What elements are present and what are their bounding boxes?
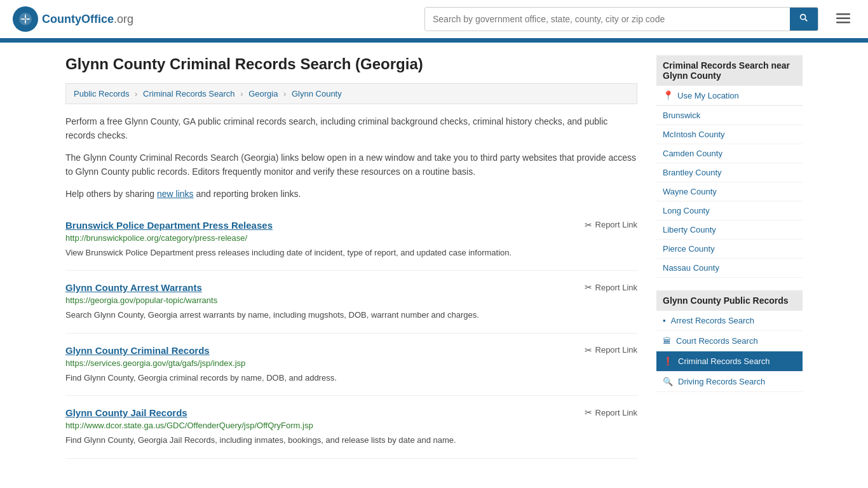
sidebar-link-nassau[interactable]: Nassau County xyxy=(656,259,803,277)
svg-line-2 xyxy=(805,19,808,22)
result-title-1[interactable]: Glynn County Arrest Warrants xyxy=(65,282,202,293)
location-pin-icon: 📍 xyxy=(663,90,674,100)
svg-rect-3 xyxy=(836,13,850,15)
main-container: Glynn County Criminal Records Search (Ge… xyxy=(53,43,815,471)
svg-rect-4 xyxy=(836,18,850,20)
sidebar-link-long[interactable]: Long County xyxy=(656,201,803,220)
result-title-3[interactable]: Glynn County Jail Records xyxy=(65,407,187,418)
list-item: 🏛 Court Records Search xyxy=(656,331,803,351)
result-title-0[interactable]: Brunswick Police Department Press Releas… xyxy=(65,220,273,231)
result-desc-2: Find Glynn County, Georgia criminal reco… xyxy=(65,372,637,384)
result-desc-0: View Brunswick Police Department press r… xyxy=(65,247,637,259)
report-link-0[interactable]: ✂ Report Link xyxy=(585,220,637,230)
list-item: Wayne County xyxy=(656,182,803,201)
site-header: CountyOffice.org xyxy=(0,0,868,40)
content-area: Glynn County Criminal Records Search (Ge… xyxy=(65,55,637,459)
list-item: Brantley County xyxy=(656,163,803,182)
result-url-2[interactable]: https://services.georgia.gov/gta/gafs/js… xyxy=(65,358,637,368)
result-url-3[interactable]: http://www.dcor.state.ga.us/GDC/Offender… xyxy=(65,421,637,430)
list-item: 🔍 Driving Records Search xyxy=(656,372,803,392)
result-desc-3: Find Glynn County, Georgia Jail Records,… xyxy=(65,434,637,447)
report-icon: ✂ xyxy=(585,345,592,355)
list-item: Liberty County xyxy=(656,220,803,240)
breadcrumb: Public Records › Criminal Records Search… xyxy=(65,83,637,104)
sidebar-link-camden[interactable]: Camden County xyxy=(656,144,803,163)
sidebar-nearby-list: 📍 Use My Location Brunswick McIntosh Cou… xyxy=(656,86,803,278)
sidebar-driving-records[interactable]: 🔍 Driving Records Search xyxy=(656,372,803,391)
description-2: The Glynn County Criminal Records Search… xyxy=(65,151,637,179)
result-item: Brunswick Police Department Press Releas… xyxy=(65,208,637,271)
result-title-2[interactable]: Glynn County Criminal Records xyxy=(65,345,210,356)
site-logo[interactable]: CountyOffice.org xyxy=(13,6,133,32)
sidebar-nearby-section: Criminal Records Search near Glynn Count… xyxy=(656,55,803,278)
report-link-3[interactable]: ✂ Report Link xyxy=(585,407,637,417)
sidebar-nearby-heading: Criminal Records Search near Glynn Count… xyxy=(656,55,803,86)
result-url-0[interactable]: http://brunswickpolice.org/category/pres… xyxy=(65,233,637,243)
list-item: Nassau County xyxy=(656,259,803,278)
result-item: Glynn County Criminal Records ✂ Report L… xyxy=(65,334,637,396)
search-button[interactable] xyxy=(790,8,818,30)
arrest-records-icon: ▪ xyxy=(663,316,666,325)
breadcrumb-glynn-county[interactable]: Glynn County xyxy=(292,89,342,98)
search-bar xyxy=(424,7,818,31)
description-3: Help others by sharing new links and rep… xyxy=(65,187,637,201)
list-item: Pierce County xyxy=(656,240,803,259)
report-link-1[interactable]: ✂ Report Link xyxy=(585,282,637,292)
result-item: Glynn County Jail Records ✂ Report Link … xyxy=(65,396,637,459)
result-url-1[interactable]: https://georgia.gov/popular-topic/warran… xyxy=(65,295,637,305)
menu-button[interactable] xyxy=(831,8,855,30)
result-desc-1: Search Glynn County, Georgia arrest warr… xyxy=(65,309,637,322)
list-item: ▪ Arrest Records Search xyxy=(656,311,803,331)
breadcrumb-public-records[interactable]: Public Records xyxy=(74,89,129,98)
list-item: Brunswick xyxy=(656,106,803,125)
sidebar-pr-list: ▪ Arrest Records Search 🏛 Court Records … xyxy=(656,311,803,392)
svg-point-1 xyxy=(801,15,806,20)
report-icon: ✂ xyxy=(585,220,592,230)
sidebar-link-mcintosh[interactable]: McIntosh County xyxy=(656,125,803,144)
report-link-2[interactable]: ✂ Report Link xyxy=(585,345,637,355)
report-icon: ✂ xyxy=(585,282,592,292)
list-item: Long County xyxy=(656,201,803,220)
sidebar-link-brunswick[interactable]: Brunswick xyxy=(656,106,803,125)
sidebar-arrest-records[interactable]: ▪ Arrest Records Search xyxy=(656,311,803,330)
court-records-icon: 🏛 xyxy=(663,336,671,346)
report-icon: ✂ xyxy=(585,407,592,417)
sidebar-link-wayne[interactable]: Wayne County xyxy=(656,182,803,201)
list-item: McIntosh County xyxy=(656,125,803,144)
description-1: Perform a free Glynn County, GA public c… xyxy=(65,114,637,143)
sidebar-public-records-section: Glynn County Public Records ▪ Arrest Rec… xyxy=(656,290,803,392)
sidebar-link-liberty[interactable]: Liberty County xyxy=(656,220,803,239)
sidebar-link-brantley[interactable]: Brantley County xyxy=(656,163,803,182)
list-item: ❗ Criminal Records Search xyxy=(656,351,803,372)
svg-rect-5 xyxy=(836,22,850,24)
breadcrumb-georgia[interactable]: Georgia xyxy=(248,89,278,98)
sidebar-use-location[interactable]: 📍 Use My Location xyxy=(656,86,803,106)
driving-records-icon: 🔍 xyxy=(663,377,673,386)
breadcrumb-criminal-records-search[interactable]: Criminal Records Search xyxy=(143,89,235,98)
search-input[interactable] xyxy=(425,8,790,30)
result-item: Glynn County Arrest Warrants ✂ Report Li… xyxy=(65,271,637,334)
sidebar-court-records[interactable]: 🏛 Court Records Search xyxy=(656,331,803,351)
sidebar: Criminal Records Search near Glynn Count… xyxy=(656,55,803,459)
logo-text: CountyOffice.org xyxy=(42,13,133,26)
sidebar-public-records-heading: Glynn County Public Records xyxy=(656,290,803,311)
new-links-link[interactable]: new links xyxy=(157,189,194,199)
sidebar-link-pierce[interactable]: Pierce County xyxy=(656,240,803,258)
list-item: Camden County xyxy=(656,144,803,163)
criminal-records-icon: ❗ xyxy=(663,356,673,366)
sidebar-criminal-records[interactable]: ❗ Criminal Records Search xyxy=(656,351,803,371)
logo-icon xyxy=(13,6,38,32)
page-title: Glynn County Criminal Records Search (Ge… xyxy=(65,55,637,73)
